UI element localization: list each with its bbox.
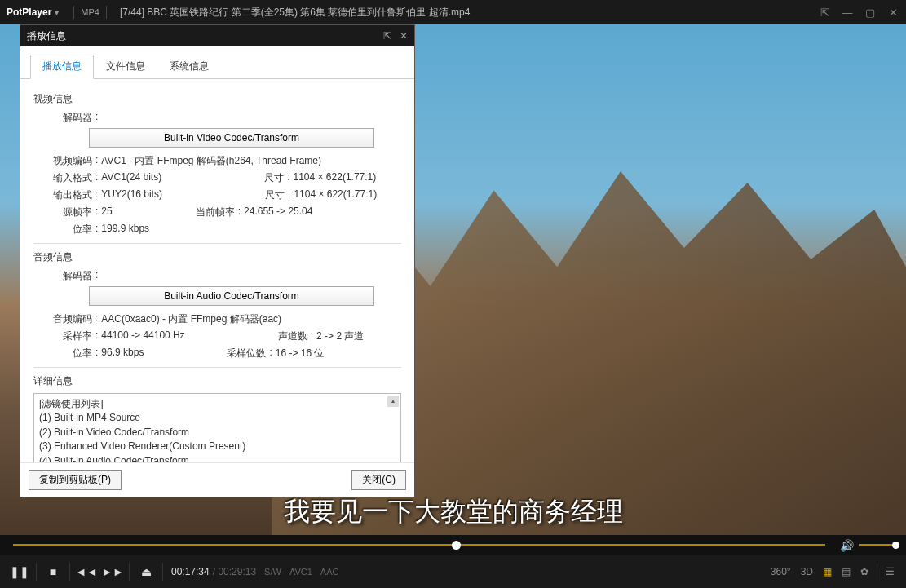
scroll-up-icon[interactable]: ▴ (387, 396, 399, 407)
tab-playback-info[interactable]: 播放信息 (30, 55, 94, 79)
filter-line: (3) Enhanced Video Renderer(Custom Prese… (39, 440, 396, 453)
detail-section-label: 详细信息 (33, 374, 401, 388)
decoder-label: 解码器 (33, 111, 92, 125)
divider (33, 367, 401, 368)
video-curfps: 24.655 -> 25.04 (244, 206, 312, 219)
prev-button[interactable]: ◄◄ (73, 559, 99, 585)
filter-line: (1) Built-in MP4 Source (39, 411, 396, 425)
chevron-down-icon[interactable]: ▾ (55, 8, 59, 17)
close-icon[interactable]: ✕ (886, 7, 899, 19)
audio-bits: 16 -> 16 位 (276, 347, 325, 360)
dialog-footer: 复制到剪贴板(P) 关闭(C) (20, 462, 414, 497)
app-name[interactable]: PotPlayer (7, 7, 51, 18)
dialog-title: 播放信息 (27, 29, 375, 43)
video-input-format: AVC1(24 bits) (101, 171, 161, 185)
playback-info-dialog: 播放信息 ⇱ ✕ 播放信息 文件信息 系统信息 视频信息 解码器: Built-… (20, 24, 415, 497)
pause-button[interactable]: ❚❚ (7, 559, 33, 585)
subtitle-text: 我要见一下大教堂的商务经理 (284, 494, 623, 530)
filter-list-box[interactable]: [滤镜使用列表] (1) Built-in MP4 Source (2) Bui… (33, 393, 401, 462)
volume-controls: 🔊 (840, 539, 899, 552)
mode-chip[interactable]: S/W (264, 567, 281, 577)
next-button[interactable]: ►► (99, 559, 126, 585)
minimize-icon[interactable]: — (841, 7, 854, 19)
seek-track[interactable] (13, 544, 825, 546)
settings-icon[interactable]: ✿ (860, 566, 868, 577)
audio-channels: 2 -> 2 声道 (316, 329, 364, 343)
seek-bar: 🔊 (0, 535, 906, 555)
video-bitrate: 199.9 kbps (101, 223, 149, 237)
audio-section-label: 音频信息 (33, 250, 401, 264)
video-decoder-button[interactable]: Built-in Video Codec/Transform (89, 128, 374, 148)
filter-line: (4) Built-in Audio Codec/Transform (39, 454, 396, 462)
window-controls: ⇱ — ▢ ✕ (818, 7, 899, 19)
titlebar: PotPlayer ▾ MP4 [7/44] BBC 英国铁路纪行 第二季(全2… (0, 0, 906, 24)
filter-line: (2) Built-in Video Codec/Transform (39, 426, 396, 440)
video-output-format: YUY2(16 bits) (101, 188, 162, 202)
video-size-out: 1104 × 622(1.77:1) (294, 188, 377, 202)
divider (106, 6, 107, 19)
vcodec-chip[interactable]: AVC1 (289, 567, 312, 577)
audio-codec: AAC(0xaac0) - 内置 FFmpeg 解码器(aac) (101, 312, 281, 326)
video-section-label: 视频信息 (33, 92, 401, 106)
eject-button[interactable]: ⏏ (133, 559, 159, 585)
tab-system-info[interactable]: 系统信息 (157, 55, 221, 78)
maximize-icon[interactable]: ▢ (864, 7, 877, 19)
seek-handle[interactable] (452, 541, 461, 550)
tab-file-info[interactable]: 文件信息 (94, 55, 157, 78)
audio-decoder-button[interactable]: Built-in Audio Codec/Transform (89, 286, 374, 306)
dialog-tabs: 播放信息 文件信息 系统信息 (20, 46, 414, 79)
acodec-chip[interactable]: AAC (320, 567, 339, 577)
pin-icon[interactable]: ⇱ (383, 30, 391, 42)
time-current: 00:17:34 (171, 566, 210, 577)
dialog-titlebar[interactable]: 播放信息 ⇱ ✕ (20, 25, 414, 46)
video-codec: AVC1 - 内置 FFmpeg 解码器(h264, Thread Frame) (101, 154, 321, 168)
format-badge: MP4 (81, 7, 99, 17)
pin-icon[interactable]: ⇱ (818, 7, 831, 19)
close-icon[interactable]: ✕ (400, 30, 408, 42)
menu-icon[interactable]: ☰ (886, 566, 895, 577)
video-fps: 25 (101, 206, 112, 219)
audio-bitrate: 96.9 kbps (101, 347, 144, 360)
stop-button[interactable]: ■ (40, 559, 66, 585)
copy-clipboard-button[interactable]: 复制到剪贴板(P) (29, 470, 122, 490)
dialog-body: 视频信息 解码器: Built-in Video Codec/Transform… (20, 79, 414, 462)
divider (33, 243, 401, 244)
time-duration: / 00:29:13 (213, 566, 256, 577)
controls-bar: ❚❚ ■ ◄◄ ►► ⏏ 00:17:34 / 00:29:13 S/W AVC… (0, 555, 906, 588)
360-button[interactable]: 360° (771, 566, 791, 577)
3d-button[interactable]: 3D (801, 566, 813, 577)
capture-icon[interactable]: ▦ (823, 566, 832, 577)
right-controls: 360° 3D ▦ ▤ ✿ ☰ (766, 563, 899, 581)
audio-sample: 44100 -> 44100 Hz (101, 329, 184, 343)
close-button[interactable]: 关闭(C) (351, 470, 406, 490)
divider (73, 6, 74, 19)
playlist-icon[interactable]: ▤ (842, 566, 851, 577)
window-title: [7/44] BBC 英国铁路纪行 第二季(全25集) 第6集 莱德伯里到什鲁斯… (120, 6, 818, 20)
volume-track[interactable] (859, 544, 899, 546)
video-size-in: 1104 × 622(1.77:1) (294, 171, 377, 185)
filter-line: [滤镜使用列表] (39, 397, 396, 411)
scrollbar[interactable]: ▴ (387, 396, 399, 462)
volume-handle[interactable] (892, 542, 899, 549)
volume-icon[interactable]: 🔊 (840, 539, 854, 552)
